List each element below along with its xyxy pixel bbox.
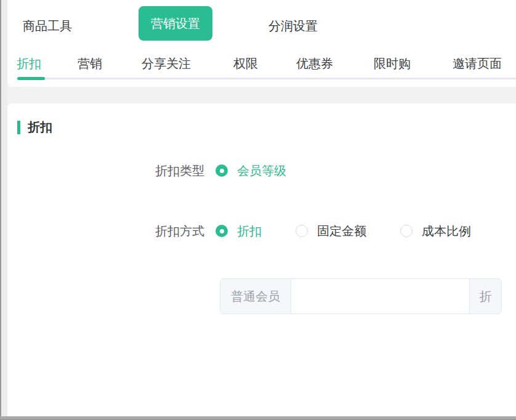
radio-member-level-label[interactable]: 会员等级 — [237, 163, 286, 179]
discount-method-radio-group: 折扣 固定金额 成本比例 — [216, 223, 471, 240]
subtab-track-line — [17, 78, 516, 79]
discount-value-input[interactable] — [291, 279, 469, 313]
horizontal-scrollbar[interactable] — [0, 416, 516, 420]
radio-checked-icon[interactable] — [216, 225, 228, 237]
subtab-marketing[interactable]: 营销 — [78, 55, 102, 71]
discount-type-label: 折扣类型 — [7, 163, 204, 179]
input-prefix-member-level: 普通会员 — [220, 279, 291, 313]
discount-settings-panel: 折扣 折扣类型 会员等级 折扣方式 折扣 固定金额 成本比例 — [7, 103, 516, 416]
radio-fixed-amount[interactable]: 固定金额 — [296, 223, 366, 240]
subtab-permissions[interactable]: 权限 — [233, 55, 258, 71]
subtab-invite-page[interactable]: 邀请页面 — [453, 55, 502, 71]
member-discount-input-group: 普通会员 折 — [220, 278, 502, 314]
section-accent-bar — [17, 121, 20, 134]
radio-unchecked-icon[interactable] — [400, 225, 413, 237]
radio-unchecked-icon[interactable] — [296, 225, 308, 237]
radio-cost-ratio-label[interactable]: 成本比例 — [422, 223, 471, 240]
active-subtab-underline — [17, 77, 45, 80]
tab-product-tools[interactable]: 商品工具 — [23, 17, 72, 34]
settings-tabs-card: 商品工具 营销设置 分润设置 折扣 营销 分享关注 权限 优惠券 限时购 邀请页… — [7, 0, 516, 87]
section-title: 折扣 — [28, 119, 52, 135]
input-suffix-zhe: 折 — [469, 279, 501, 313]
radio-cost-ratio[interactable]: 成本比例 — [400, 223, 471, 240]
section-header: 折扣 — [17, 119, 52, 135]
discount-method-row: 折扣方式 折扣 固定金额 成本比例 — [7, 219, 516, 243]
discount-method-label: 折扣方式 — [7, 223, 204, 240]
tab-profit-settings[interactable]: 分润设置 — [268, 17, 318, 34]
discount-type-radio-group: 会员等级 — [216, 163, 286, 179]
window-left-edge — [0, 0, 7, 420]
radio-checked-icon[interactable] — [216, 164, 228, 177]
radio-discount-label[interactable]: 折扣 — [237, 223, 262, 240]
subtab-discount[interactable]: 折扣 — [17, 55, 41, 71]
discount-type-row: 折扣类型 会员等级 — [7, 158, 516, 183]
radio-member-level[interactable]: 会员等级 — [216, 163, 286, 179]
subtab-flash-sale[interactable]: 限时购 — [374, 55, 411, 71]
radio-fixed-amount-label[interactable]: 固定金额 — [317, 223, 366, 240]
subtab-share-follow[interactable]: 分享关注 — [142, 55, 191, 71]
subtab-coupons[interactable]: 优惠券 — [296, 55, 333, 71]
tab-marketing-settings[interactable]: 营销设置 — [139, 6, 212, 41]
radio-discount[interactable]: 折扣 — [216, 223, 262, 240]
